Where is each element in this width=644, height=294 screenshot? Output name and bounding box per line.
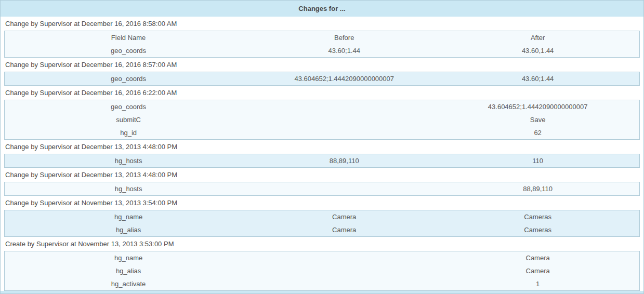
- table-row: geo_coords43.604652;1.4442090000000007: [5, 100, 639, 113]
- change-entry-label-3: Change by Supervisor at December 13, 201…: [1, 140, 643, 154]
- column-header-row: Field NameBeforeAfter: [5, 31, 639, 44]
- change-entry-label-4: Change by Supervisor at December 13, 201…: [1, 168, 643, 182]
- column-header-before: Before: [252, 31, 436, 44]
- before-value-cell: [252, 113, 436, 126]
- change-entry-table-0: Field NameBeforeAftergeo_coords43.60;1.4…: [4, 31, 640, 58]
- change-entry-table-3: hg_hosts88,89,110110: [4, 154, 640, 168]
- change-entry-table-1: geo_coords43.604652;1.444209000000000743…: [4, 72, 640, 86]
- table-row: hg_aliasCamera: [5, 264, 639, 277]
- table-row: hg_nameCameraCameras: [5, 210, 639, 223]
- before-value-cell: 43.60;1.44: [252, 44, 436, 57]
- column-header-after: After: [436, 31, 639, 44]
- after-value-cell: Camera: [436, 264, 639, 277]
- table-row: hg_aliasCameraCameras: [5, 223, 639, 236]
- field-name-cell: hg_alias: [5, 223, 252, 236]
- after-value-cell: 1: [436, 277, 639, 290]
- before-value-cell: [252, 182, 436, 195]
- table-row: hg_hosts88,89,110110: [5, 154, 639, 167]
- change-entry-label-2: Change by Supervisor at December 16, 201…: [1, 86, 643, 100]
- field-name-cell: hg_activate: [5, 277, 252, 290]
- changelog-panel: Changes for ... Change by Supervisor at …: [0, 0, 644, 294]
- after-value-cell: Cameras: [436, 223, 639, 236]
- change-entry-label-5: Change by Supervisor at November 13, 201…: [1, 196, 643, 210]
- after-value-cell: 110: [436, 154, 639, 167]
- panel-titlebar: Changes for ...: [1, 1, 643, 17]
- before-value-cell: [252, 264, 436, 277]
- change-entry-table-5: hg_nameCameraCamerashg_aliasCameraCamera…: [4, 210, 640, 237]
- field-name-cell: geo_coords: [5, 100, 252, 113]
- table-row: hg_nameCamera: [5, 251, 639, 264]
- before-value-cell: Camera: [252, 210, 436, 223]
- change-entry-table-4: hg_hosts88,89,110: [4, 182, 640, 196]
- after-value-cell: 88,89,110: [436, 182, 639, 195]
- table-row: geo_coords43.60;1.4443.60,1.44: [5, 44, 639, 57]
- before-value-cell: [252, 251, 436, 264]
- table-row: geo_coords43.604652;1.444209000000000743…: [5, 72, 639, 85]
- after-value-cell: 43.60,1.44: [436, 44, 639, 57]
- before-value-cell: [252, 100, 436, 113]
- change-entry-table-2: geo_coords43.604652;1.4442090000000007su…: [4, 100, 640, 140]
- table-row: hg_activate1: [5, 277, 639, 290]
- field-name-cell: hg_hosts: [5, 154, 252, 167]
- change-entry-label-6: Create by Supervisor at November 13, 201…: [1, 237, 643, 251]
- field-name-cell: submitC: [5, 113, 252, 126]
- field-name-cell: hg_name: [5, 210, 252, 223]
- field-name-cell: hg_hosts: [5, 182, 252, 195]
- before-value-cell: Camera: [252, 223, 436, 236]
- field-name-cell: hg_id: [5, 126, 252, 139]
- after-value-cell: Save: [436, 113, 639, 126]
- change-entries-list: Change by Supervisor at December 16, 201…: [1, 17, 643, 291]
- after-value-cell: 62: [436, 126, 639, 139]
- change-entry-label-1: Change by Supervisor at December 16, 201…: [1, 58, 643, 72]
- before-value-cell: 88,89,110: [252, 154, 436, 167]
- after-value-cell: Cameras: [436, 210, 639, 223]
- change-entry-table-6: hg_nameCamerahg_aliasCamerahg_activate1: [4, 251, 640, 291]
- change-entry-label-0: Change by Supervisor at December 16, 201…: [1, 17, 643, 31]
- column-header-field: Field Name: [5, 31, 252, 44]
- field-name-cell: hg_alias: [5, 264, 252, 277]
- before-value-cell: [252, 277, 436, 290]
- field-name-cell: geo_coords: [5, 72, 252, 85]
- table-row: hg_hosts88,89,110: [5, 182, 639, 195]
- before-value-cell: 43.604652;1.4442090000000007: [252, 72, 436, 85]
- field-name-cell: geo_coords: [5, 44, 252, 57]
- after-value-cell: 43.604652;1.4442090000000007: [436, 100, 639, 113]
- footer-bar: [1, 291, 643, 294]
- panel-title: Changes for ...: [298, 5, 345, 12]
- table-row: submitCSave: [5, 113, 639, 126]
- after-value-cell: 43.60;1.44: [436, 72, 639, 85]
- field-name-cell: hg_name: [5, 251, 252, 264]
- before-value-cell: [252, 126, 436, 139]
- after-value-cell: Camera: [436, 251, 639, 264]
- table-row: hg_id62: [5, 126, 639, 139]
